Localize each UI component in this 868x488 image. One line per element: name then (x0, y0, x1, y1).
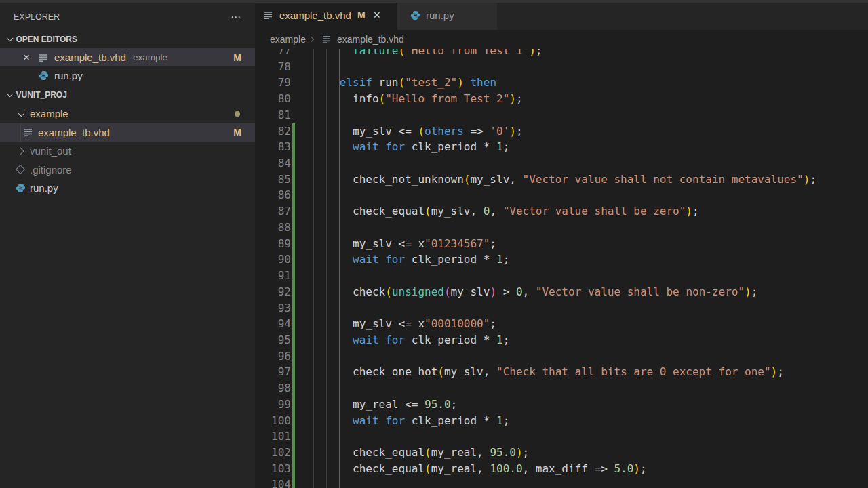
line-number[interactable]: 98 (255, 380, 291, 396)
line-number[interactable]: 91 (255, 268, 291, 284)
line-number[interactable]: 94 (255, 316, 291, 332)
tree-folder-vunit-out[interactable]: vunit_out (0, 142, 255, 161)
line-number[interactable]: 101 (255, 428, 291, 445)
code-text: failure("Hello from Test 1"); (300, 49, 542, 59)
line-number[interactable]: 90 (255, 251, 291, 268)
tab-example-tb-vhd[interactable]: example_tb.vhdM× (255, 0, 397, 30)
code-line[interactable]: 77 failure("Hello from Test 1"); (255, 49, 868, 59)
line-number[interactable]: 86 (255, 187, 291, 203)
tree-folder-example[interactable]: example (0, 104, 255, 123)
open-editors-section-header[interactable]: OPEN EDITORS (0, 30, 255, 48)
open-editors-list: ×example_tb.vhdexampleM×run.py (0, 48, 255, 85)
chevron-right-glyph (16, 147, 24, 155)
code-line[interactable]: 92 check(unsigned(my_slv) > 0, "Vector v… (255, 284, 868, 300)
git-gutter-added-indicator (292, 428, 295, 445)
modified-dot-badge (235, 111, 240, 117)
code-text: check_not_unknown(my_slv, "Vector value … (300, 171, 816, 188)
git-gutter-added-indicator (292, 236, 295, 252)
code-line[interactable]: 99 my_real <= 95.0; (255, 396, 868, 413)
open-editor-item[interactable]: ×example_tb.vhdexampleM (0, 48, 255, 66)
code-line[interactable]: 79 elsif run("test_2") then (255, 75, 868, 91)
breadcrumb-label: example_tb.vhd (337, 34, 404, 45)
open-editor-item[interactable]: ×run.py (0, 66, 255, 85)
line-number[interactable]: 104 (255, 476, 291, 488)
line-number[interactable]: 93 (255, 300, 291, 317)
code-line[interactable]: 93 (255, 300, 868, 317)
tree-item-example-tb-vhd[interactable]: example_tb.vhdM (0, 123, 255, 142)
code-line[interactable]: 100 wait for clk_period * 1; (255, 413, 868, 429)
code-line[interactable]: 80 info("Hello from Test 2"); (255, 91, 868, 107)
line-number[interactable]: 80 (255, 91, 291, 107)
line-number[interactable]: 82 (255, 123, 291, 140)
line-number[interactable]: 83 (255, 139, 291, 155)
line-number[interactable]: 97 (255, 364, 291, 380)
git-gutter-added-indicator (292, 380, 295, 396)
code-line[interactable]: 78 (255, 59, 868, 75)
line-number[interactable]: 85 (255, 171, 291, 188)
code-text: check_one_hot(my_slv, "Check that all bi… (300, 364, 784, 380)
line-number[interactable]: 102 (255, 445, 291, 461)
line-number[interactable]: 79 (255, 75, 291, 91)
code-line[interactable]: 88 (255, 220, 868, 236)
code-line[interactable]: 91 (255, 268, 868, 284)
git-gutter-added-indicator (292, 396, 295, 413)
line-number[interactable]: 78 (255, 59, 291, 75)
code-line[interactable]: 89 my_slv <= x"01234567"; (255, 236, 868, 252)
close-icon[interactable]: × (374, 10, 381, 20)
line-number[interactable]: 96 (255, 348, 291, 365)
code-line[interactable]: 101 (255, 428, 868, 445)
line-number[interactable]: 95 (255, 332, 291, 348)
sidebar-title: EXPLORER (14, 12, 60, 22)
git-gutter-added-indicator (292, 413, 295, 429)
code-line[interactable]: 81 (255, 107, 868, 123)
modified-badge: M (233, 127, 241, 138)
line-number[interactable]: 103 (255, 461, 291, 477)
code-line[interactable]: 86 (255, 187, 868, 203)
git-gutter-added-indicator (292, 123, 295, 140)
code-text: check_equal(my_slv, 0, "Vector value sha… (300, 203, 699, 220)
code-line[interactable]: 82 my_slv <= (others => '0'); (255, 123, 868, 140)
code-line[interactable]: 95 wait for clk_period * 1; (255, 332, 868, 348)
code-line[interactable]: 102 check_equal(my_real, 95.0); (255, 445, 868, 461)
code-line[interactable]: 83 wait for clk_period * 1; (255, 139, 868, 155)
line-number[interactable]: 92 (255, 284, 291, 300)
line-number[interactable]: 100 (255, 413, 291, 429)
breadcrumb-item[interactable]: example (270, 34, 306, 45)
code-line[interactable]: 90 wait for clk_period * 1; (255, 251, 868, 268)
tab-label: example_tb.vhd (279, 9, 351, 21)
code-text: check(unsigned(my_slv) > 0, "Vector valu… (300, 284, 757, 300)
more-actions-icon[interactable]: ⋯ (231, 11, 241, 23)
line-number[interactable]: 99 (255, 396, 291, 413)
breadcrumb: exampleexample_tb.vhd (255, 30, 868, 49)
breadcrumb-label: example (270, 34, 306, 45)
chevron-down-icon (7, 35, 13, 41)
line-number[interactable]: 89 (255, 236, 291, 252)
project-section-header[interactable]: VUNIT_PROJ (0, 85, 255, 104)
code-line[interactable]: 98 (255, 380, 868, 396)
line-number[interactable]: 84 (255, 155, 291, 171)
close-icon[interactable]: × (20, 52, 33, 63)
line-number[interactable]: 81 (255, 107, 291, 123)
code-editor[interactable]: 77 failure("Hello from Test 1");7879 els… (255, 49, 868, 488)
line-number[interactable]: 87 (255, 203, 291, 220)
line-number[interactable]: 88 (255, 220, 291, 236)
code-line[interactable]: 97 check_one_hot(my_slv, "Check that all… (255, 364, 868, 380)
file-tree: exampleexample_tb.vhdMvunit_out.gitignor… (0, 104, 255, 198)
code-line[interactable]: 85 check_not_unknown(my_slv, "Vector val… (255, 171, 868, 188)
code-line[interactable]: 104 (255, 476, 868, 488)
code-line[interactable]: 87 check_equal(my_slv, 0, "Vector value … (255, 203, 868, 220)
git-gutter-added-indicator (292, 332, 295, 348)
line-number[interactable]: 77 (255, 49, 291, 59)
code-line[interactable]: 103 check_equal(my_real, 100.0, max_diff… (255, 461, 868, 477)
breadcrumb-item[interactable]: example_tb.vhd (321, 34, 404, 45)
tree-item-label: run.py (30, 182, 58, 194)
modified-badge: M (357, 9, 366, 20)
tab-run-py[interactable]: run.py (397, 0, 498, 30)
code-line[interactable]: 96 (255, 348, 868, 365)
code-line[interactable]: 94 my_slv <= x"00010000"; (255, 316, 868, 332)
tree-item-run-py[interactable]: run.py (0, 179, 255, 198)
code-line[interactable]: 84 (255, 155, 868, 171)
git-gutter-added-indicator (292, 445, 295, 461)
tree-item--gitignore[interactable]: .gitignore (0, 161, 255, 180)
code-text: my_slv <= x"01234567"; (300, 236, 496, 252)
